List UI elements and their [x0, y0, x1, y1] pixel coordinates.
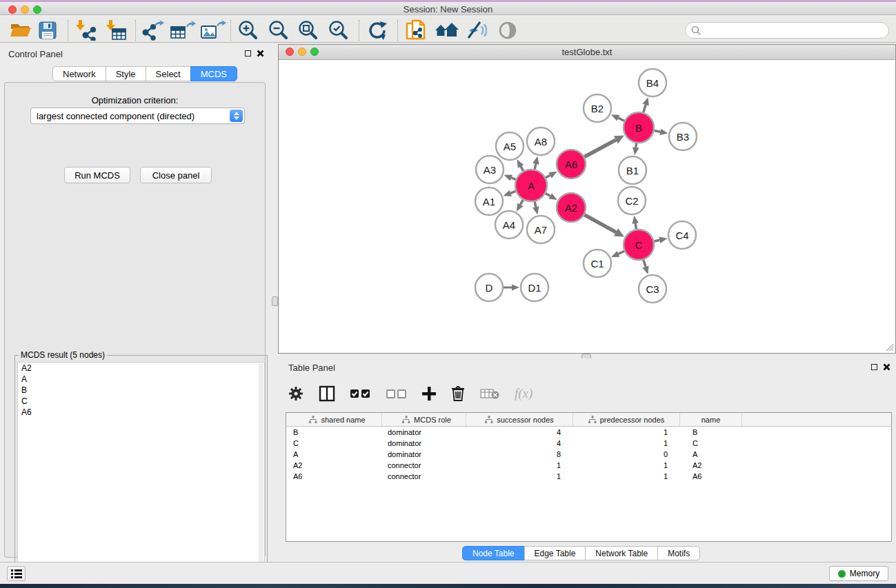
zoom-out-icon[interactable]	[268, 19, 288, 42]
tab-network[interactable]: Network	[52, 66, 106, 81]
column-header-predecessor-nodes[interactable]: predecessor nodes	[573, 413, 680, 426]
home-icon[interactable]	[435, 19, 459, 42]
column-header-name[interactable]: name	[680, 413, 742, 426]
tab-edge-table[interactable]: Edge Table	[524, 546, 586, 560]
refresh-view-icon[interactable]	[367, 19, 388, 42]
table-row[interactable]: B dominator 4 1 B	[286, 427, 891, 438]
table-header-row: shared name MCDS role successor nodes pr…	[286, 413, 891, 427]
table-row[interactable]: A2 connector 1 1 A2	[286, 460, 891, 471]
network-window-titlebar[interactable]: testGlobe.txt	[279, 45, 895, 60]
list-item[interactable]: A	[18, 374, 264, 385]
list-item[interactable]: A2	[18, 363, 264, 374]
window-title: Session: New Session	[0, 4, 896, 14]
criterion-dropdown[interactable]: largest connected component (directed)	[30, 108, 245, 124]
import-table-icon[interactable]	[103, 19, 127, 42]
graph-edge[interactable]	[644, 260, 646, 267]
search-field[interactable]	[685, 22, 889, 39]
float-panel-icon[interactable]	[871, 364, 877, 370]
open-session-icon[interactable]	[10, 19, 32, 42]
add-column-icon[interactable]	[422, 387, 436, 401]
float-panel-icon[interactable]	[245, 50, 251, 57]
desktop-wallpaper-strip	[0, 584, 896, 588]
graph-node-label: A4	[503, 219, 515, 231]
table-settings-gear-icon[interactable]	[288, 386, 303, 401]
graph-edge-arrowhead	[504, 175, 512, 181]
table-tabs: Node Table Edge Table Network Table Moti…	[462, 546, 700, 560]
clone-network-icon[interactable]	[406, 19, 428, 42]
scrollbar-track[interactable]	[259, 363, 263, 587]
graph-node-label: A7	[535, 224, 547, 236]
select-all-checkboxes-icon[interactable]	[350, 389, 371, 398]
tab-style[interactable]: Style	[106, 66, 146, 81]
save-session-icon[interactable]	[39, 19, 57, 42]
graph-edge[interactable]	[636, 143, 637, 148]
close-panel-icon[interactable]	[257, 50, 264, 57]
list-item[interactable]: C	[18, 396, 264, 407]
graph-edge[interactable]	[510, 191, 515, 193]
graph-edge[interactable]	[521, 166, 524, 170]
graph-edge[interactable]	[584, 215, 616, 232]
tab-node-table[interactable]: Node Table	[462, 546, 525, 560]
graph-edge[interactable]	[520, 200, 523, 205]
graph-edge[interactable]	[535, 201, 536, 207]
graph-edge[interactable]	[511, 178, 515, 179]
toolbar-separator	[230, 20, 231, 41]
graph-edge[interactable]	[546, 194, 550, 196]
hide-panels-icon[interactable]	[465, 19, 487, 42]
graph-edge-arrowhead	[633, 147, 639, 155]
graph-node-label: C1	[590, 258, 604, 270]
tab-mcds[interactable]: MCDS	[190, 66, 237, 81]
tab-network-table[interactable]: Network Table	[585, 546, 658, 560]
run-mcds-button[interactable]: Run MCDS	[64, 167, 130, 183]
graph-edge[interactable]	[546, 175, 550, 177]
network-graph[interactable]: AA6A2BCA5A8A3A1A4A7B2B4B3B1C2C4C1C3DD1	[279, 60, 895, 353]
close-panel-icon[interactable]	[883, 363, 890, 371]
graph-node-label: D	[486, 282, 493, 294]
import-network-icon[interactable]	[73, 19, 97, 42]
graph-node-label: B	[635, 122, 642, 134]
table-row[interactable]: A dominator 8 0 A	[286, 449, 891, 460]
graph-edge[interactable]	[618, 118, 624, 121]
zoom-fit-icon[interactable]	[297, 19, 318, 42]
graph-edge[interactable]	[635, 223, 636, 229]
close-panel-button[interactable]: Close panel	[140, 167, 212, 183]
column-header-successor-nodes[interactable]: successor nodes	[466, 413, 573, 426]
mcds-result-group: MCDS result (5 nodes) A2 A B C A6	[14, 355, 268, 588]
delete-table-icon	[480, 387, 499, 400]
toolbar-separator	[135, 20, 136, 41]
table-row[interactable]: A6 connector 1 1 A6	[286, 471, 891, 482]
search-input[interactable]	[704, 26, 888, 35]
shared-column-icon	[588, 416, 597, 424]
graph-edge[interactable]	[584, 140, 616, 157]
tab-select[interactable]: Select	[146, 66, 191, 81]
graph-node-label: A1	[483, 196, 495, 207]
dropdown-stepper-icon	[230, 110, 243, 122]
graph-edge[interactable]	[644, 105, 646, 112]
resize-grip-icon[interactable]	[884, 342, 894, 352]
shared-column-icon	[402, 416, 410, 424]
memory-button[interactable]: Memory	[829, 566, 888, 581]
zoom-in-icon[interactable]	[237, 19, 258, 42]
column-header-mcds-role[interactable]: MCDS role	[382, 413, 466, 426]
graph-edge-arrowhead	[532, 206, 539, 214]
graph-edge[interactable]	[535, 164, 536, 170]
vertical-splitter-handle[interactable]	[272, 296, 278, 306]
node-table: shared name MCDS role successor nodes pr…	[286, 412, 892, 542]
zoom-selected-icon[interactable]	[328, 19, 348, 42]
panel-list-button[interactable]	[7, 566, 26, 581]
list-item[interactable]: A6	[18, 407, 264, 418]
delete-column-trash-icon[interactable]	[451, 385, 465, 402]
graph-edge[interactable]	[654, 240, 659, 241]
export-network-icon[interactable]	[141, 19, 164, 42]
table-row[interactable]: C dominator 4 1 C	[286, 438, 891, 449]
export-table-icon[interactable]	[170, 19, 196, 42]
list-item[interactable]: B	[18, 385, 264, 396]
tab-motifs[interactable]: Motifs	[657, 546, 700, 560]
deselect-all-checkboxes-icon[interactable]	[386, 389, 407, 398]
column-selector-icon[interactable]	[319, 385, 335, 402]
memory-status-icon	[838, 570, 846, 578]
export-image-icon[interactable]	[200, 19, 226, 42]
graph-edge[interactable]	[619, 251, 624, 254]
column-header-shared-name[interactable]: shared name	[286, 413, 382, 426]
graph-edge[interactable]	[655, 131, 661, 132]
